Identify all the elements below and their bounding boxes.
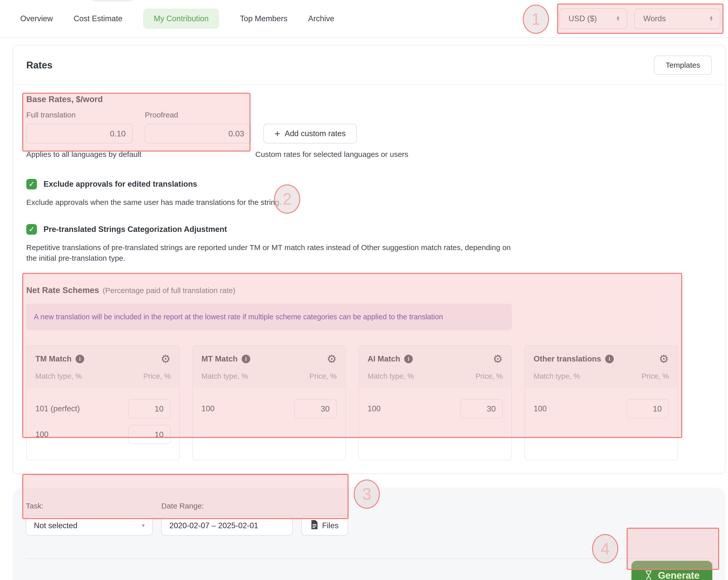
gear-icon[interactable]: ⚙ — [493, 353, 503, 364]
mt-match-body: 100 30 — [193, 387, 345, 460]
info-icon[interactable]: i — [605, 355, 614, 363]
tab-overview[interactable]: Overview — [20, 14, 53, 23]
tm-match-header: TM Match i ⚙ Match type, % Price, % — [27, 346, 179, 387]
match-type-column-header: Match type, % — [367, 372, 414, 381]
price-column-header: Price, % — [642, 372, 669, 381]
report-tabs-bar: Overview Cost Estimate My Contribution T… — [0, 0, 728, 38]
net-rate-scheme-cards: TM Match i ⚙ Match type, % Price, % 101 — [26, 345, 712, 460]
task-group: Task: Not selected ▼ — [26, 502, 153, 535]
gear-icon[interactable]: ⚙ — [161, 353, 171, 364]
unit-select[interactable]: Words ▲▼ — [634, 8, 721, 29]
net-rate-schemes-title: Net Rate Schemes — [26, 285, 99, 295]
price-input[interactable]: 30 — [460, 399, 503, 418]
plus-icon: + — [275, 129, 280, 138]
info-icon[interactable]: i — [404, 355, 413, 363]
tm-match-title: TM Match — [35, 354, 72, 363]
divider — [26, 558, 712, 559]
tab-top-members[interactable]: Top Members — [240, 14, 287, 23]
pretranslated-adjustment-label: Pre-translated Strings Categorization Ad… — [44, 225, 227, 234]
other-translations-header: Other translations i ⚙ Match type, % Pri… — [525, 346, 677, 387]
updown-arrows-icon: ▲▼ — [709, 16, 713, 21]
base-rates-helper-text: Applies to all languages by default — [26, 150, 255, 159]
table-row: 100 30 — [367, 399, 503, 418]
tab-my-contribution[interactable]: My Contribution — [143, 8, 219, 29]
other-translations-body: 100 10 — [525, 387, 677, 460]
checkmark-icon: ✓ — [28, 181, 35, 188]
report-generation-page: Overview Cost Estimate My Contribution T… — [0, 0, 728, 580]
match-type-value: 101 (perfect) — [35, 404, 80, 413]
price-input[interactable]: 30 — [294, 399, 337, 418]
currency-select[interactable]: USD ($) ▲▼ — [560, 8, 627, 29]
report-tabs: Overview Cost Estimate My Contribution T… — [20, 8, 334, 29]
net-rate-schemes-title-row: Net Rate Schemes (Percentage paid of ful… — [26, 285, 712, 295]
info-icon[interactable]: i — [76, 355, 84, 363]
base-rates-row: Full translation 0.10 Proofread 0.03 + A… — [26, 111, 712, 143]
unit-select-value: Words — [643, 14, 666, 23]
net-rate-schemes-note: A new translation will be included in th… — [26, 304, 512, 330]
pretranslated-adjustment-row: ✓ Pre-translated Strings Categorization … — [26, 224, 712, 235]
top-controls: USD ($) ▲▼ Words ▲▼ — [560, 8, 721, 29]
price-input[interactable]: 10 — [128, 425, 171, 444]
price-column-header: Price, % — [475, 372, 503, 381]
document-icon — [311, 520, 318, 531]
rates-card: Rates Templates Base Rates, $/word Full … — [12, 45, 726, 474]
date-range-label: Date Range: — [161, 502, 293, 510]
match-type-column-header: Match type, % — [35, 372, 82, 381]
mt-match-card: MT Match i ⚙ Match type, % Price, % 100 — [192, 345, 346, 460]
full-translation-input[interactable]: 0.10 — [26, 124, 133, 143]
date-range-group: Date Range: 2020-02-07 – 2025-02-01 — [161, 502, 293, 535]
task-label: Task: — [26, 502, 153, 510]
price-input[interactable]: 10 — [626, 399, 669, 418]
rates-card-body: Base Rates, $/word Full translation 0.10… — [13, 85, 725, 473]
proofread-input[interactable]: 0.03 — [145, 124, 251, 143]
currency-select-value: USD ($) — [569, 14, 597, 23]
match-type-value: 100 — [534, 404, 547, 413]
generation-controls: Task: Not selected ▼ Date Range: 2020-02… — [26, 502, 712, 535]
generate-button-label: Generate — [658, 570, 700, 580]
checkmark-icon: ✓ — [28, 226, 35, 233]
gear-icon[interactable]: ⚙ — [659, 353, 669, 364]
files-button[interactable]: Files — [301, 516, 348, 535]
full-translation-field: Full translation 0.10 — [26, 111, 133, 143]
hourglass-icon — [644, 570, 653, 580]
templates-button[interactable]: Templates — [654, 56, 712, 75]
files-button-label: Files — [322, 521, 338, 530]
price-input[interactable]: 10 — [128, 399, 171, 418]
tab-cost-estimate[interactable]: Cost Estimate — [74, 14, 122, 23]
generate-button[interactable]: Generate — [631, 561, 712, 580]
other-translations-card: Other translations i ⚙ Match type, % Pri… — [524, 345, 678, 460]
ai-match-title: AI Match — [367, 354, 400, 363]
task-select[interactable]: Not selected ▼ — [26, 516, 153, 535]
custom-rates-helper-text: Custom rates for selected languages or u… — [255, 150, 408, 159]
ai-match-card: AI Match i ⚙ Match type, % Price, % 100 — [359, 345, 512, 460]
date-range-input[interactable]: 2020-02-07 – 2025-02-01 — [161, 516, 293, 535]
chevron-down-icon: ▼ — [141, 523, 146, 528]
match-type-value: 100 — [202, 404, 215, 413]
match-type-value: 100 — [367, 404, 381, 413]
exclude-approvals-checkbox[interactable]: ✓ — [26, 179, 37, 190]
tm-match-card: TM Match i ⚙ Match type, % Price, % 101 — [26, 345, 180, 460]
match-type-column-header: Match type, % — [534, 372, 580, 381]
info-icon[interactable]: i — [242, 355, 250, 363]
gear-icon[interactable]: ⚙ — [327, 353, 337, 364]
tm-match-body: 101 (perfect) 10 100 10 — [27, 387, 179, 460]
rates-title: Rates — [26, 60, 53, 71]
rates-card-header: Rates Templates — [13, 46, 725, 85]
mt-match-title: MT Match — [202, 354, 238, 363]
match-type-column-header: Match type, % — [202, 372, 248, 381]
proofread-field: Proofread 0.03 — [145, 111, 251, 143]
add-custom-rates-button[interactable]: + Add custom rates — [263, 124, 357, 143]
full-translation-label: Full translation — [26, 111, 133, 119]
tab-archive[interactable]: Archive — [308, 14, 334, 23]
base-rates-title: Base Rates, $/word — [26, 94, 712, 104]
updown-arrows-icon: ▲▼ — [616, 16, 620, 21]
other-translations-title: Other translations — [534, 354, 601, 363]
table-row: 101 (perfect) 10 — [35, 399, 171, 418]
exclude-approvals-description: Exclude approvals when the same user has… — [26, 197, 514, 208]
pretranslated-adjustment-checkbox[interactable]: ✓ — [26, 224, 37, 235]
table-row: 100 30 — [202, 399, 337, 418]
pretranslated-adjustment-description: Repetitive translations of pre-translate… — [26, 242, 514, 263]
exclude-approvals-row: ✓ Exclude approvals for edited translati… — [26, 179, 712, 190]
add-custom-rates-label: Add custom rates — [285, 129, 345, 138]
proofread-label: Proofread — [145, 111, 251, 119]
